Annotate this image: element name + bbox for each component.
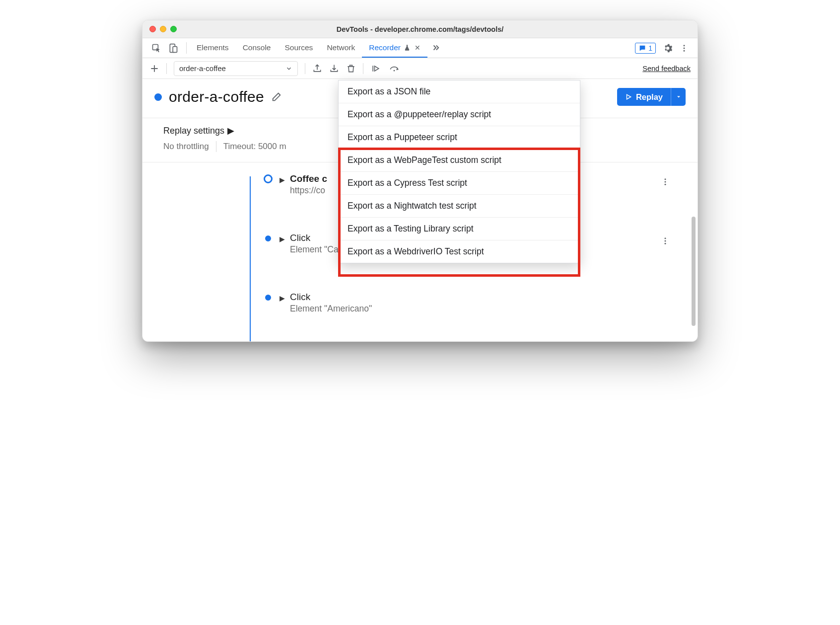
- close-tab-icon[interactable]: ✕: [415, 44, 420, 52]
- chevron-down-icon: [285, 65, 292, 72]
- timeline-node: [265, 295, 271, 301]
- timeline-line: [250, 176, 251, 341]
- more-tabs-button[interactable]: [427, 38, 444, 58]
- tab-label: Network: [327, 43, 355, 52]
- edit-title-icon[interactable]: [271, 91, 282, 102]
- settings-gear-icon[interactable]: [663, 43, 673, 53]
- caret-right-icon: ▶: [280, 235, 285, 243]
- menu-item-label: Export as a @puppeteer/replay script: [348, 109, 491, 119]
- step-title: Click: [290, 292, 372, 303]
- issues-chip[interactable]: 1: [635, 43, 656, 54]
- issues-icon: [638, 44, 646, 52]
- devtools-tabstrip: Elements Console Sources Network Recorde…: [142, 38, 698, 58]
- replay-button-group: Replay: [617, 88, 686, 106]
- replay-settings-toggle[interactable]: Replay settings ▶: [163, 125, 286, 136]
- svg-point-4: [684, 47, 685, 49]
- menu-item-label: Export as a Nightwatch test script: [348, 201, 477, 211]
- timeline-node: [265, 235, 271, 241]
- divider: [186, 42, 187, 54]
- svg-point-5: [684, 50, 685, 51]
- devtools-window: DevTools - developer.chrome.com/tags/dev…: [142, 20, 698, 342]
- timeout-value[interactable]: Timeout: 5000 m: [223, 142, 286, 152]
- caret-right-icon: ▶: [280, 176, 285, 184]
- menu-item-label: Export as a WebPageTest custom script: [348, 155, 501, 165]
- export-menu-item[interactable]: Export as a WebPageTest custom script: [339, 149, 580, 172]
- step-subtitle: https://co: [290, 185, 327, 196]
- divider: [166, 63, 167, 74]
- tab-recorder[interactable]: Recorder ✕: [362, 38, 427, 58]
- tab-label: Sources: [285, 43, 313, 52]
- window-title: DevTools - developer.chrome.com/tags/dev…: [142, 25, 698, 33]
- replay-options-button[interactable]: [671, 88, 686, 106]
- tab-label: Recorder: [369, 43, 401, 52]
- tab-label: Elements: [197, 43, 229, 52]
- tab-network[interactable]: Network: [320, 38, 362, 58]
- menu-item-label: Export as a WebdriverIO Test script: [348, 246, 484, 256]
- step-over-icon[interactable]: [388, 64, 400, 74]
- recording-indicator-dot: [154, 93, 162, 101]
- recording-selector[interactable]: order-a-coffee: [174, 61, 298, 76]
- svg-point-9: [665, 184, 666, 185]
- caret-right-icon: ▶: [280, 294, 285, 302]
- svg-point-3: [684, 45, 685, 46]
- add-recording-button[interactable]: [149, 64, 159, 74]
- export-menu: Export as a JSON file Export as a @puppe…: [338, 80, 580, 263]
- divider: [216, 141, 216, 152]
- recording-title: order-a-coffee: [169, 88, 264, 105]
- send-feedback-link[interactable]: Send feedback: [642, 65, 691, 73]
- replay-button[interactable]: Replay: [617, 88, 671, 106]
- minimize-window-button[interactable]: [160, 26, 166, 32]
- import-icon[interactable]: [329, 64, 339, 74]
- menu-item-label: Export as a JSON file: [348, 86, 430, 96]
- fullscreen-window-button[interactable]: [170, 26, 177, 32]
- svg-rect-2: [173, 46, 177, 52]
- export-menu-item[interactable]: Export as a Nightwatch test script: [339, 195, 580, 218]
- svg-point-12: [665, 243, 666, 244]
- play-slow-icon[interactable]: [370, 64, 381, 74]
- issues-count: 1: [648, 44, 652, 52]
- export-menu-item[interactable]: Export as a JSON file: [339, 80, 580, 103]
- step-kebab-icon[interactable]: [661, 236, 670, 245]
- tab-console[interactable]: Console: [236, 38, 278, 58]
- export-menu-item[interactable]: Export as a Testing Library script: [339, 218, 580, 240]
- step-subtitle: Element "Americano": [290, 304, 372, 314]
- divider: [363, 63, 363, 74]
- step-title: Coffee c: [290, 173, 327, 184]
- tab-elements[interactable]: Elements: [190, 38, 236, 58]
- flask-icon: [404, 44, 411, 51]
- menu-item-label: Export as a Puppeteer script: [348, 132, 457, 142]
- kebab-menu-icon[interactable]: [680, 44, 689, 53]
- step-kebab-icon[interactable]: [661, 177, 670, 186]
- tab-label: Console: [243, 43, 271, 52]
- divider: [305, 63, 305, 74]
- device-toggle-icon[interactable]: [168, 43, 178, 53]
- export-menu-item[interactable]: Export as a @puppeteer/replay script: [339, 103, 580, 126]
- play-icon: [625, 93, 632, 100]
- window-titlebar: DevTools - developer.chrome.com/tags/dev…: [142, 20, 698, 38]
- menu-item-label: Export as a Testing Library script: [348, 224, 474, 234]
- timeline-node: [264, 174, 273, 183]
- export-menu-item[interactable]: Export as a Cypress Test script: [339, 172, 580, 195]
- replay-settings-label: Replay settings: [163, 126, 224, 136]
- menu-item-label: Export as a Cypress Test script: [348, 178, 467, 188]
- throttle-value[interactable]: No throttling: [163, 142, 209, 152]
- svg-point-7: [665, 178, 666, 180]
- delete-icon[interactable]: [346, 64, 356, 74]
- export-menu-item[interactable]: Export as a WebdriverIO Test script: [339, 240, 580, 263]
- replay-label: Replay: [636, 92, 663, 102]
- export-menu-item[interactable]: Export as a Puppeteer script: [339, 126, 580, 149]
- caret-right-icon: ▶: [227, 125, 234, 136]
- svg-point-6: [394, 70, 395, 71]
- recording-name: order-a-coffee: [179, 64, 226, 73]
- inspect-element-icon[interactable]: [151, 43, 161, 53]
- export-icon[interactable]: [312, 64, 322, 74]
- scrollbar-thumb[interactable]: [692, 217, 696, 326]
- chevron-double-right-icon: [431, 43, 440, 52]
- step-item[interactable]: ▶ Click Element "Americano": [160, 292, 680, 314]
- tab-sources[interactable]: Sources: [278, 38, 320, 58]
- traffic-lights: [149, 26, 177, 32]
- svg-point-10: [665, 237, 666, 239]
- svg-point-11: [665, 240, 666, 242]
- close-window-button[interactable]: [149, 26, 156, 32]
- recorder-toolbar: order-a-coffee Send feedback: [142, 58, 698, 79]
